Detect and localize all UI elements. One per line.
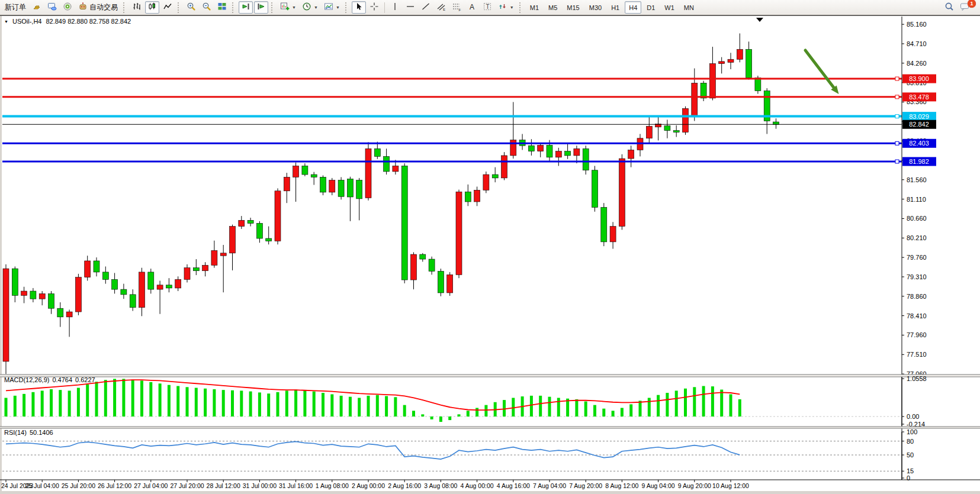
svg-text:84.260: 84.260 [907, 60, 927, 67]
svg-text:A: A [470, 3, 474, 11]
webtrader-button[interactable] [45, 1, 59, 14]
deposit-button[interactable] [30, 1, 44, 14]
chart-shift-button[interactable] [254, 1, 268, 14]
svg-text:0.00: 0.00 [907, 413, 919, 420]
svg-text:83.900: 83.900 [909, 75, 929, 82]
notifications-button[interactable]: 1 [957, 1, 972, 14]
svg-text:4 Aug 00:00: 4 Aug 00:00 [461, 482, 494, 489]
svg-text:T: T [486, 4, 489, 10]
svg-text:78.410: 78.410 [907, 312, 927, 319]
svg-text:83.478: 83.478 [909, 93, 929, 101]
rsi-label: RSI(14) 50.1406 [4, 429, 53, 436]
horizontal-line-button[interactable] [403, 1, 417, 14]
zoom-out-button[interactable] [200, 1, 214, 14]
svg-text:82.403: 82.403 [909, 140, 929, 147]
toolbar-grip [519, 2, 522, 13]
channel-button[interactable]: E [434, 1, 448, 14]
line-end-handle [895, 77, 899, 80]
chart-window: 85.16084.71084.26083.81083.36082.91082.4… [0, 15, 980, 494]
new-order-button[interactable]: 新订单 [2, 1, 28, 14]
svg-text:15: 15 [907, 467, 914, 474]
text-button[interactable]: A [465, 1, 479, 14]
timeframe-m30[interactable]: M30 [585, 1, 606, 14]
svg-text:82.842: 82.842 [909, 121, 929, 128]
svg-text:26 Jul 12:00: 26 Jul 12:00 [98, 482, 131, 489]
new-chart-icon [280, 2, 290, 13]
svg-text:77.960: 77.960 [907, 331, 927, 338]
vertical-line-button[interactable] [388, 1, 402, 14]
toolbar-separator [384, 2, 385, 13]
svg-text:81.110: 81.110 [907, 196, 926, 203]
tile-windows-button[interactable] [215, 1, 229, 14]
crosshair-icon [369, 2, 379, 13]
fibonacci-button[interactable]: F [449, 1, 464, 14]
toolbar-grip [178, 2, 181, 13]
svg-text:80: 80 [907, 438, 914, 445]
svg-text:2 Aug 00:00: 2 Aug 00:00 [352, 482, 385, 489]
svg-text:8 Aug 12:00: 8 Aug 12:00 [605, 482, 638, 489]
svg-text:E: E [443, 8, 445, 11]
toolbar: 新订单 自动交易 ▼ ▼ ▼ E F A T ▼ M1 M5 M15 M30 H… [0, 0, 980, 15]
templates-button[interactable]: ▼ [322, 1, 342, 14]
svg-text:0: 0 [907, 474, 910, 482]
price-chart-canvas[interactable]: 85.16084.71084.26083.81083.36082.91082.4… [0, 15, 980, 494]
collapse-arrow-icon[interactable]: ▼ [4, 20, 8, 24]
chart-candles-button[interactable] [145, 1, 159, 14]
gold-bars-icon [32, 2, 41, 13]
timeframe-h4[interactable]: H4 [625, 1, 641, 14]
toolbar-grip [232, 2, 235, 13]
svg-text:77.510: 77.510 [907, 351, 927, 358]
timeframe-w1[interactable]: W1 [660, 1, 679, 14]
rsi-name: RSI(14) [4, 429, 27, 436]
zoom-in-button[interactable] [184, 1, 198, 14]
svg-text:7 Aug 20:00: 7 Aug 20:00 [569, 482, 602, 489]
autotrade-button[interactable]: 自动交易 [76, 1, 120, 14]
svg-text:79.760: 79.760 [907, 254, 927, 261]
autotrade-label: 自动交易 [89, 2, 118, 12]
macd-signal-value: 0.6227 [75, 376, 95, 383]
zoom-out-icon [202, 2, 211, 13]
search-button[interactable] [942, 1, 956, 14]
monitor-cloud-icon [47, 2, 57, 13]
label-button[interactable]: T [480, 1, 494, 14]
clock-icon [302, 2, 311, 13]
chart-shift-icon [256, 2, 266, 13]
arrows-icon [498, 2, 507, 13]
svg-text:28 Jul 12:00: 28 Jul 12:00 [207, 482, 240, 489]
toolbar-grip [271, 2, 274, 13]
timeframe-d1[interactable]: D1 [642, 1, 659, 14]
timeframe-m15[interactable]: M15 [563, 1, 583, 14]
chart-bars-button[interactable] [130, 1, 144, 14]
toolbar-grip [123, 2, 126, 13]
timeframe-m1[interactable]: M1 [526, 1, 543, 14]
svg-text:2 Aug 16:00: 2 Aug 16:00 [388, 482, 421, 489]
timeframe-m5[interactable]: M5 [544, 1, 561, 14]
cursor-button[interactable] [352, 1, 366, 14]
svg-text:80.210: 80.210 [907, 234, 927, 241]
chevron-down-icon: ▼ [336, 5, 340, 9]
arrows-button[interactable]: ▼ [496, 1, 516, 14]
signals-button[interactable] [60, 1, 75, 14]
crosshair-button[interactable] [367, 1, 381, 14]
ohlc-values: 82.849 82.880 82.758 82.842 [46, 18, 131, 25]
periods-button[interactable]: ▼ [300, 1, 320, 14]
trendline-button[interactable] [419, 1, 433, 14]
svg-text:50: 50 [907, 451, 914, 459]
svg-text:100: 100 [907, 428, 917, 435]
line-end-handle [895, 141, 899, 145]
timeframe-h1[interactable]: H1 [607, 1, 624, 14]
svg-text:31 Jul 16:00: 31 Jul 16:00 [279, 482, 313, 489]
autoscroll-button[interactable] [239, 1, 253, 14]
chart-line-button[interactable] [160, 1, 175, 14]
chevron-down-icon: ▼ [510, 5, 514, 9]
svg-text:1 Aug 08:00: 1 Aug 08:00 [316, 482, 349, 489]
svg-text:80.660: 80.660 [907, 215, 927, 222]
chart-title: ▼ USOil-,H4 82.849 82.880 82.758 82.842 [4, 18, 131, 25]
svg-text:79.310: 79.310 [907, 273, 927, 280]
vertical-line-icon [390, 2, 400, 13]
timeframe-mn[interactable]: MN [680, 1, 698, 14]
new-chart-button[interactable]: ▼ [278, 1, 298, 14]
text-label-icon: T [483, 2, 492, 13]
search-icon [944, 2, 954, 13]
svg-text:25 Jul 04:00: 25 Jul 04:00 [25, 482, 59, 489]
